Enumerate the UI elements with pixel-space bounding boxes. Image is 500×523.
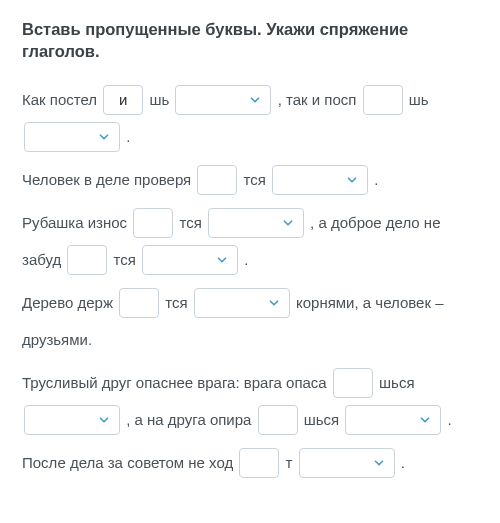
- text-segment: тся: [165, 294, 187, 311]
- letter-input[interactable]: [363, 85, 403, 115]
- conjugation-select[interactable]: [272, 165, 368, 195]
- text-segment: .: [401, 454, 405, 471]
- text-segment: После дела за советом не ход: [22, 454, 233, 471]
- chevron-down-icon: [97, 130, 111, 144]
- text-segment: шь: [149, 91, 169, 108]
- text-segment: .: [448, 411, 452, 428]
- text-segment: .: [244, 251, 248, 268]
- chevron-down-icon: [215, 253, 229, 267]
- text-segment: шься: [304, 411, 339, 428]
- text-segment: тся: [114, 251, 136, 268]
- conjugation-select[interactable]: [175, 85, 271, 115]
- text-segment: Как постел: [22, 91, 97, 108]
- conjugation-select[interactable]: [194, 288, 290, 318]
- text-segment: шь: [409, 91, 429, 108]
- conjugation-select[interactable]: [142, 245, 238, 275]
- conjugation-select[interactable]: [345, 405, 441, 435]
- letter-input[interactable]: [258, 405, 298, 435]
- text-segment: т: [286, 454, 293, 471]
- text-segment: Трусливый друг опаснее врага: врага опас…: [22, 374, 327, 391]
- letter-input[interactable]: [67, 245, 107, 275]
- chevron-down-icon: [281, 216, 295, 230]
- exercise-heading: Вставь пропущенные буквы. Укажи спряжени…: [22, 18, 478, 63]
- letter-input[interactable]: [333, 368, 373, 398]
- chevron-down-icon: [418, 413, 432, 427]
- letter-input[interactable]: и: [103, 85, 143, 115]
- letter-input[interactable]: [197, 165, 237, 195]
- exercise-line-6: После дела за советом не ход т .: [22, 444, 478, 481]
- letter-input[interactable]: [119, 288, 159, 318]
- text-segment: тся: [179, 214, 201, 231]
- chevron-down-icon: [372, 456, 386, 470]
- exercise-line-5: Трусливый друг опаснее врага: врага опас…: [22, 364, 478, 438]
- text-segment: .: [126, 128, 130, 145]
- conjugation-select[interactable]: [208, 208, 304, 238]
- exercise-line-2: Человек в деле проверя тся .: [22, 161, 478, 198]
- chevron-down-icon: [97, 413, 111, 427]
- chevron-down-icon: [345, 173, 359, 187]
- text-segment: , так и посп: [278, 91, 357, 108]
- text-segment: тся: [244, 171, 266, 188]
- text-segment: шься: [379, 374, 414, 391]
- exercise-line-4: Дерево держ тся корнями, а человек – дру…: [22, 284, 478, 358]
- letter-input[interactable]: [133, 208, 173, 238]
- conjugation-select[interactable]: [299, 448, 395, 478]
- exercise-line-3: Рубашка износ тся , а доброе дело не заб…: [22, 204, 478, 278]
- letter-input[interactable]: [239, 448, 279, 478]
- chevron-down-icon: [248, 93, 262, 107]
- conjugation-select[interactable]: [24, 405, 120, 435]
- text-segment: Дерево держ: [22, 294, 113, 311]
- conjugation-select[interactable]: [24, 122, 120, 152]
- text-segment: , а на друга опира: [126, 411, 251, 428]
- exercise-line-1: Как постел и шь , так и посп шь .: [22, 81, 478, 155]
- chevron-down-icon: [267, 296, 281, 310]
- text-segment: .: [374, 171, 378, 188]
- text-segment: Рубашка износ: [22, 214, 127, 231]
- text-segment: Человек в деле проверя: [22, 171, 191, 188]
